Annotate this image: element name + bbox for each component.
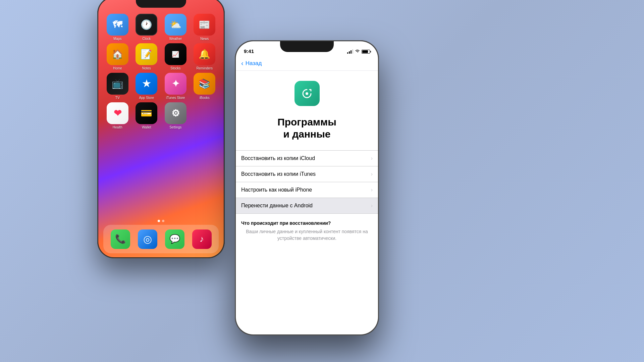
appstore-icon: ★ [136, 73, 157, 95]
menu-item-new-iphone-label: Настроить как новый iPhone [241, 187, 371, 193]
settings-label: Settings [169, 125, 181, 129]
chevron-right-icon: › [371, 203, 373, 209]
stocks-label: Stocks [170, 66, 180, 70]
menu-list: Восстановить из копии iCloud › Восстанов… [236, 150, 378, 214]
wifi-icon [355, 49, 360, 54]
app-news[interactable]: 📰 News [192, 14, 218, 41]
health-icon: ❤ [107, 102, 128, 124]
notch-right [280, 41, 334, 52]
weather-label: Weather [169, 37, 182, 41]
info-title: Что происходит при восстановлении? [241, 220, 373, 226]
notch-left [136, 0, 186, 8]
maps-icon: 🗺 [107, 14, 128, 36]
page-dot-2 [162, 220, 164, 222]
app-stocks[interactable]: 📈 Stocks [162, 43, 189, 70]
news-icon: 📰 [194, 14, 215, 36]
reminders-label: Reminders [197, 66, 213, 70]
app-maps[interactable]: 🗺 Maps [104, 14, 131, 41]
menu-item-icloud[interactable]: Восстановить из копии iCloud › [236, 151, 378, 166]
notes-icon: 📝 [136, 43, 157, 65]
wallet-icon: 💳 [136, 102, 157, 124]
menu-item-android-label: Перенести данные с Android [241, 203, 371, 209]
info-section: Что происходит при восстановлении? Ваши … [236, 214, 378, 245]
dock: 📞 ◎ 💬 ♪ [103, 225, 219, 253]
phone-left: 🗺 Maps 🕐 Clock ⛅ Weather 📰 News 🏠 Home [97, 0, 225, 258]
clock-icon: 🕐 [136, 14, 157, 36]
menu-item-icloud-label: Восстановить из копии iCloud [241, 155, 371, 161]
dock-music[interactable]: ♪ [192, 229, 212, 249]
status-icons [347, 49, 370, 54]
signal-icon [347, 49, 353, 54]
news-label: News [200, 37, 209, 41]
settings-icon: ⚙ [165, 102, 186, 124]
status-time: 9:41 [244, 48, 254, 54]
back-button[interactable]: ‹ Назад [241, 59, 262, 67]
app-ibooks[interactable]: 📚 iBooks [192, 73, 218, 100]
chevron-right-icon: › [371, 171, 373, 177]
home-label: Home [113, 66, 122, 70]
notes-label: Notes [142, 66, 151, 70]
app-itunes[interactable]: ✦ iTunes Store [162, 73, 189, 100]
app-reminders[interactable]: 🔔 Reminders [192, 43, 218, 70]
tv-label: TV [115, 96, 120, 100]
stocks-icon: 📈 [165, 43, 186, 65]
app-health[interactable]: ❤ Health [104, 102, 131, 129]
info-text: Ваши личные данные и купленный контент п… [241, 228, 373, 242]
maps-label: Maps [113, 37, 121, 41]
menu-item-itunes-label: Восстановить из копии iTunes [241, 171, 371, 177]
battery-icon [362, 50, 370, 54]
page-dots [158, 220, 164, 222]
app-settings[interactable]: ⚙ Settings [162, 102, 189, 129]
restore-app-icon [294, 81, 320, 106]
back-chevron-icon: ‹ [241, 59, 244, 67]
menu-item-itunes[interactable]: Восстановить из копии iTunes › [236, 166, 378, 182]
page-title-block: Программыи данные [236, 113, 378, 150]
reminders-icon: 🔔 [194, 43, 215, 65]
appstore-label: App Store [139, 96, 154, 100]
page-title: Программыи данные [246, 116, 368, 140]
menu-item-android[interactable]: Перенести данные с Android › [236, 198, 378, 214]
app-home[interactable]: 🏠 Home [104, 43, 131, 70]
dock-safari[interactable]: ◎ [138, 229, 157, 249]
chevron-right-icon: › [371, 155, 373, 161]
phone-right: 9:41 [235, 40, 379, 335]
restore-icon-container [236, 71, 378, 113]
tv-icon: 📺 [107, 73, 128, 95]
app-grid: 🗺 Maps 🕐 Clock ⛅ Weather 📰 News 🏠 Home [102, 11, 220, 132]
app-notes[interactable]: 📝 Notes [133, 43, 160, 70]
nav-bar: ‹ Назад [236, 56, 378, 71]
phone-right-screen: 9:41 [236, 41, 378, 334]
dock-messages[interactable]: 💬 [165, 229, 184, 249]
app-weather[interactable]: ⛅ Weather [162, 14, 189, 41]
health-label: Health [113, 125, 122, 129]
ibooks-label: iBooks [200, 96, 210, 100]
phone-left-screen: 🗺 Maps 🕐 Clock ⛅ Weather 📰 News 🏠 Home [98, 0, 224, 257]
clock-label: Clock [142, 37, 151, 41]
app-tv[interactable]: 📺 TV [104, 73, 131, 100]
weather-icon: ⛅ [165, 14, 186, 36]
itunes-icon: ✦ [165, 73, 186, 95]
app-appstore[interactable]: ★ App Store [133, 73, 160, 100]
menu-item-new-iphone[interactable]: Настроить как новый iPhone › [236, 182, 378, 198]
page-dot-1 [158, 220, 160, 222]
itunes-label: iTunes Store [166, 96, 185, 100]
home-icon: 🏠 [107, 43, 128, 65]
dock-phone[interactable]: 📞 [111, 229, 130, 249]
chevron-right-icon: › [371, 187, 373, 193]
content-area: Программыи данные Восстановить из копии … [236, 71, 378, 334]
app-clock[interactable]: 🕐 Clock [133, 14, 160, 41]
wallet-label: Wallet [142, 125, 151, 129]
ibooks-icon: 📚 [194, 73, 215, 95]
app-wallet[interactable]: 💳 Wallet [133, 102, 160, 129]
back-button-label: Назад [246, 60, 262, 67]
svg-point-0 [306, 92, 308, 95]
battery-fill [362, 50, 368, 53]
